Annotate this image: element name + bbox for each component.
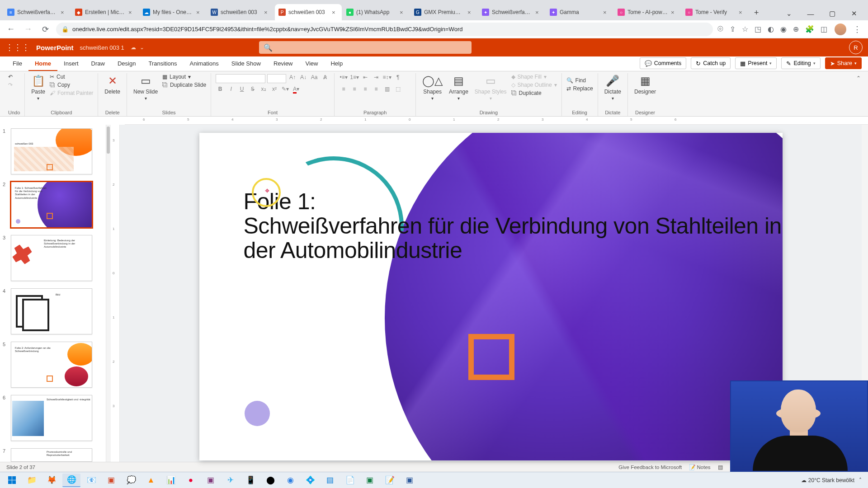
taskbar-app8[interactable]: 📄	[341, 474, 359, 487]
close-tab-icon[interactable]: ×	[671, 9, 677, 15]
browser-tab[interactable]: ○Tome - Verify×	[682, 4, 749, 20]
tab-search-icon[interactable]: ⌄	[781, 9, 797, 18]
ribbon-tab-slide-show[interactable]: Slide Show	[225, 56, 267, 71]
taskbar-telegram[interactable]: ✈	[222, 474, 240, 487]
shape-outline-button[interactable]: ◇Shape Outline ▾	[511, 81, 557, 89]
taskbar-word[interactable]: ▣	[401, 474, 419, 487]
maximize-button[interactable]: ▢	[825, 9, 840, 18]
bullets-button[interactable]: •≡▾	[339, 74, 348, 83]
thumbnail-6[interactable]: Schweißnahtfestigkeit und -integrität	[11, 395, 92, 441]
ext3-icon[interactable]: ◉	[780, 25, 787, 33]
taskbar-app4[interactable]: 📱	[241, 474, 259, 487]
catch-up-button[interactable]: ↻Catch up	[691, 57, 731, 69]
find-button[interactable]: 🔍Find	[566, 77, 593, 84]
shape-fill-button[interactable]: ◆Shape Fill ▾	[511, 73, 557, 80]
close-tab-icon[interactable]: ×	[535, 9, 542, 15]
thumbnail-scrollbar[interactable]	[106, 125, 111, 462]
text-direction-button[interactable]: ¶	[393, 74, 402, 83]
close-tab-icon[interactable]: ×	[196, 9, 203, 15]
taskbar-obs[interactable]: ⬤	[261, 474, 279, 487]
taskbar-app5[interactable]: ◉	[281, 474, 299, 487]
align-left-button[interactable]: ≡	[339, 86, 348, 95]
thumbnail-5[interactable]: Folie 2: Anforderungen an die Schweißver…	[11, 342, 92, 388]
decrease-font-icon[interactable]: A↓	[299, 74, 308, 83]
close-tab-icon[interactable]: ×	[467, 9, 474, 15]
minimize-button[interactable]: —	[803, 10, 818, 18]
chevron-down-icon[interactable]: ▾	[854, 61, 857, 66]
dictate-button[interactable]: 🎤Dictate▾	[603, 73, 623, 102]
profile-avatar[interactable]	[835, 23, 846, 35]
undo-button[interactable]: ↶	[8, 73, 13, 80]
redo-button[interactable]: ↷	[8, 81, 13, 89]
shape-styles-button[interactable]: ▭Shape Styles▾	[473, 73, 509, 102]
document-name[interactable]: schweißen 003 1	[80, 44, 124, 51]
new-tab-button[interactable]: +	[750, 8, 764, 20]
forward-button[interactable]: →	[22, 24, 34, 34]
ribbon-collapse-icon[interactable]: ⌃	[853, 73, 864, 83]
feedback-link[interactable]: Give Feedback to Microsoft	[618, 465, 682, 470]
thumbnail-3[interactable]: Einleitung: Bedeutung der Schweißverbind…	[11, 235, 92, 281]
share-page-icon[interactable]: ⇪	[730, 25, 736, 33]
taskbar-onenote[interactable]: ▣	[202, 474, 220, 487]
taskbar-app1[interactable]: 💭	[122, 474, 140, 487]
browser-tab[interactable]: ◆Erstellen | Micros…×	[71, 4, 138, 20]
designer-button[interactable]: ▦Designer	[632, 73, 658, 96]
justify-button[interactable]: ≡	[372, 86, 381, 95]
subscript-button[interactable]: x₂	[259, 86, 268, 95]
taskbar-powerpoint[interactable]: ▣	[102, 474, 120, 487]
start-button[interactable]	[3, 474, 21, 487]
close-tab-icon[interactable]: ×	[739, 9, 745, 15]
delete-button[interactable]: ✕Delete	[103, 73, 122, 96]
thumbnail-2[interactable]: Folie 1: Schweißverfahren für die Verbin…	[11, 182, 92, 228]
browser-tab[interactable]: ○Tome - AI-pow…×	[614, 4, 681, 20]
indent-button[interactable]: ⇥	[372, 74, 381, 83]
strike-button[interactable]: S̶	[248, 86, 257, 95]
taskbar-app3[interactable]: ●	[182, 474, 200, 487]
taskbar-app6[interactable]: 💠	[301, 474, 319, 487]
dropdown-icon[interactable]: ⌄	[140, 44, 144, 51]
thumbnail-7[interactable]: Prozesskontrolle und Reproduzierbarkeit	[11, 448, 92, 462]
bold-button[interactable]: B	[216, 86, 225, 95]
change-case-icon[interactable]: Aa	[310, 74, 319, 83]
app-launcher-icon[interactable]: ⋮⋮⋮	[5, 42, 30, 52]
font-color-button[interactable]: A▾	[292, 86, 301, 95]
taskbar-app7[interactable]: ▤	[321, 474, 339, 487]
smartart-button[interactable]: ⬚	[393, 86, 402, 95]
url-input[interactable]: 🔒 onedrive.live.com/edit.aspx?resid=3DE0…	[56, 23, 713, 36]
format-painter-button[interactable]: 🖌Format Painter	[50, 89, 93, 97]
search-input[interactable]: 🔍	[259, 41, 472, 54]
present-button[interactable]: ▦Present▾	[735, 57, 777, 69]
ribbon-tab-home[interactable]: Home	[28, 56, 57, 71]
font-family-input[interactable]	[216, 74, 265, 83]
browser-tab[interactable]: ≡Schweißverfahren…×	[4, 4, 71, 20]
ribbon-tab-draw[interactable]: Draw	[85, 56, 111, 71]
chevron-down-icon[interactable]: ▾	[813, 61, 816, 66]
ribbon-tab-review[interactable]: Review	[267, 56, 299, 71]
taskbar-vlc[interactable]: ▲	[142, 474, 160, 487]
align-center-button[interactable]: ≡	[350, 86, 359, 95]
arrange-button[interactable]: ▤Arrange▾	[447, 73, 470, 102]
align-right-button[interactable]: ≡	[361, 86, 370, 95]
share-button[interactable]: ➤Share▾	[825, 57, 862, 69]
notes-toggle[interactable]: 📝 Notes	[689, 464, 710, 470]
clear-format-icon[interactable]: A̷	[321, 74, 330, 83]
ribbon-tab-design[interactable]: Design	[111, 56, 142, 71]
weather-widget[interactable]: ☁ 20°C Stark bewölkt	[801, 477, 854, 483]
comments-button[interactable]: 💬Comments	[640, 57, 686, 69]
taskbar-chrome[interactable]: 🌐	[62, 474, 80, 487]
bookmark-icon[interactable]: ☆	[742, 25, 748, 33]
cut-button[interactable]: ✂Cut	[50, 73, 93, 80]
taskbar-app2[interactable]: 📊	[162, 474, 180, 487]
slide-title-text[interactable]: Folie 1:Schweißverfahren für die Verbind…	[244, 189, 783, 263]
columns-button[interactable]: ▥	[382, 86, 392, 95]
close-window-button[interactable]: ✕	[846, 9, 862, 18]
taskbar-excel[interactable]: ▣	[361, 474, 379, 487]
sidepanel-icon[interactable]: ◫	[821, 25, 827, 33]
italic-button[interactable]: I	[226, 86, 236, 95]
duplicate-shape-button[interactable]: ⿻Duplicate	[511, 89, 557, 97]
browser-tab[interactable]: ☁My files - OneD…×	[139, 4, 206, 20]
taskbar-notepad[interactable]: 📝	[381, 474, 399, 487]
ribbon-tab-animations[interactable]: Animations	[184, 56, 225, 71]
browser-tab[interactable]: GGMX Premium …×	[410, 4, 477, 20]
ext4-icon[interactable]: ⊕	[793, 25, 799, 33]
